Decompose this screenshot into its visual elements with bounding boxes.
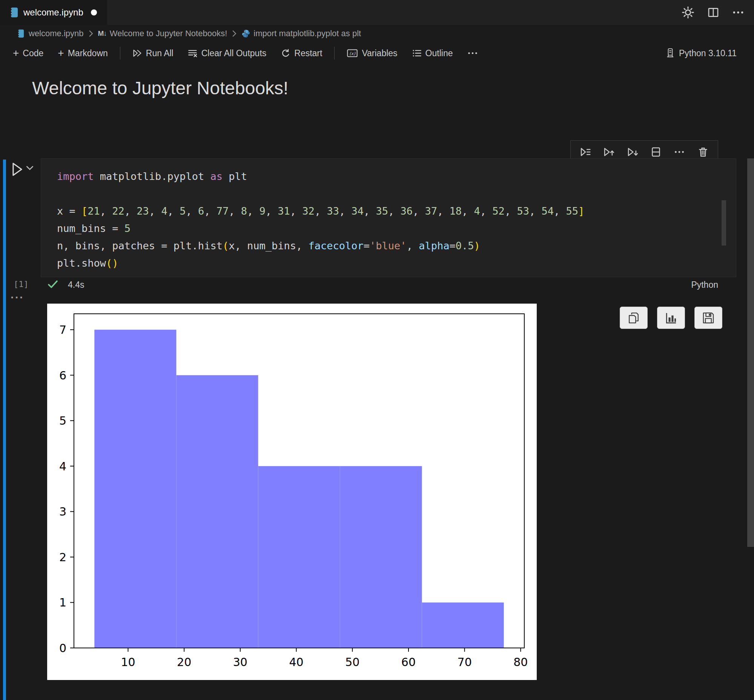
svg-text:80: 80	[513, 656, 528, 669]
modified-indicator[interactable]	[91, 9, 97, 16]
svg-text:1: 1	[59, 596, 66, 609]
svg-text:3: 3	[59, 505, 66, 518]
svg-text:20: 20	[177, 656, 191, 669]
notebook-icon	[10, 7, 18, 18]
output-collapse-button[interactable]: ···	[11, 291, 24, 304]
settings-gear-icon[interactable]	[682, 6, 695, 19]
svg-text:50: 50	[345, 656, 360, 669]
execute-above-cells-icon[interactable]	[603, 146, 615, 158]
toolbar-more-icon[interactable]	[462, 46, 483, 60]
clear-all-outputs-button[interactable]: Clear All Outputs	[183, 46, 271, 61]
cell-more-actions-icon[interactable]	[674, 146, 685, 158]
code-cell-editor[interactable]: import matplotlib.pyplot as plt x = [21,…	[41, 158, 736, 277]
run-options-chevron-icon[interactable]	[27, 166, 33, 170]
toolbar-divider	[120, 47, 120, 59]
clear-all-icon	[188, 48, 198, 58]
kernel-icon	[665, 48, 675, 58]
notebook-icon	[17, 29, 24, 38]
page-scrollbar[interactable]	[747, 158, 754, 547]
breadcrumb-item-section[interactable]: M↓ Welcome to Jupyter Notebooks!	[98, 29, 227, 39]
svg-text:70: 70	[458, 656, 472, 669]
success-check-icon	[47, 280, 58, 289]
plus-icon: +	[58, 49, 64, 57]
svg-text:6: 6	[59, 369, 66, 382]
svg-text:30: 30	[233, 656, 247, 669]
breadcrumb-item-cell[interactable]: import matplotlib.pyplot as plt	[241, 29, 361, 39]
execution-count: [1]	[14, 280, 29, 289]
open-plot-viewer-button[interactable]	[657, 306, 685, 329]
run-cell-button[interactable]	[11, 162, 23, 177]
svg-text:(x): (x)	[350, 51, 356, 56]
markdown-icon: M↓	[98, 30, 107, 38]
svg-text:60: 60	[401, 656, 416, 669]
breadcrumb-item-file[interactable]: welcome.ipynb	[29, 29, 84, 39]
histogram-chart: 102030405060708001234567	[47, 304, 537, 680]
editor-scrollbar[interactable]	[721, 200, 726, 245]
kernel-picker[interactable]: Python 3.10.11	[665, 42, 737, 64]
copy-output-button[interactable]	[620, 306, 648, 329]
execute-cell-and-below-icon[interactable]	[627, 146, 638, 158]
variables-icon: (x)	[347, 48, 358, 58]
restart-kernel-button[interactable]: Restart	[276, 46, 327, 61]
svg-text:5: 5	[59, 414, 66, 427]
breadcrumb: welcome.ipynb M↓ Welcome to Jupyter Note…	[17, 25, 361, 42]
notebook-toolbar: + Code + Markdown Run All Clear All Ou	[8, 42, 746, 64]
delete-cell-icon[interactable]	[698, 146, 709, 158]
outline-button[interactable]: Outline	[407, 46, 458, 61]
run-all-button[interactable]: Run All	[128, 46, 178, 61]
execution-duration: 4.4s	[68, 280, 84, 290]
svg-text:7: 7	[59, 323, 66, 336]
add-code-cell-button[interactable]: + Code	[8, 46, 48, 61]
svg-text:0: 0	[59, 642, 66, 655]
svg-text:4: 4	[59, 460, 66, 473]
split-editor-icon[interactable]	[707, 6, 719, 19]
python-icon	[241, 29, 250, 38]
tab-bar: welcome.ipynb	[0, 0, 754, 25]
toolbar-divider	[334, 47, 335, 59]
run-by-line-icon[interactable]	[580, 146, 591, 158]
vscode-window: welcome.ipynb	[0, 0, 754, 700]
variables-button[interactable]: (x) Variables	[342, 46, 402, 61]
svg-text:10: 10	[121, 656, 135, 669]
plus-icon: +	[13, 49, 19, 57]
restart-icon	[281, 48, 291, 58]
add-markdown-cell-button[interactable]: + Markdown	[53, 46, 112, 61]
cell-status-bar: [1] 4.4s Python	[0, 277, 736, 293]
svg-text:2: 2	[59, 551, 66, 564]
markdown-heading: Welcome to Jupyter Notebooks!	[32, 78, 288, 98]
chevron-right-icon	[232, 30, 237, 37]
split-cell-icon[interactable]	[650, 146, 662, 158]
tab-title: welcome.ipynb	[23, 7, 83, 18]
tab-welcome-ipynb[interactable]: welcome.ipynb	[0, 0, 107, 25]
outline-list-icon	[412, 48, 422, 58]
output-figure: 102030405060708001234567	[47, 304, 537, 680]
save-output-button[interactable]	[695, 306, 722, 329]
output-actions	[620, 306, 722, 329]
chevron-right-icon	[88, 30, 94, 37]
more-actions-icon[interactable]	[732, 6, 744, 19]
svg-text:40: 40	[289, 656, 303, 669]
cell-language[interactable]: Python	[691, 280, 718, 290]
run-all-icon	[132, 48, 142, 58]
code-lines: import matplotlib.pyplot as plt x = [21,…	[57, 168, 584, 272]
cell-focus-bar	[3, 159, 6, 700]
